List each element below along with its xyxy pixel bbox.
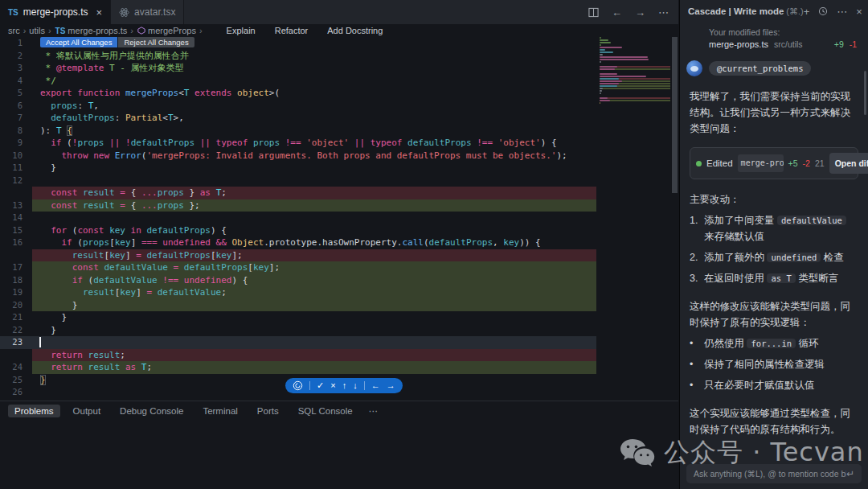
- breadcrumb-src[interactable]: src: [8, 26, 20, 35]
- line-number[interactable]: 12: [0, 175, 32, 187]
- code-line[interactable]: 20 }: [0, 299, 596, 312]
- code-line[interactable]: 13 const result = { ...props };: [0, 199, 596, 212]
- code-line[interactable]: 2 * 将默认属性与用户提供的属性合并: [0, 50, 596, 63]
- next-file-icon[interactable]: →: [387, 378, 395, 393]
- panel-tab-terminal[interactable]: Terminal: [196, 405, 244, 417]
- line-number[interactable]: 9: [0, 137, 32, 150]
- code-line[interactable]: 15 for (const key in defaultProps) {: [0, 224, 596, 237]
- line-number[interactable]: 3: [0, 62, 32, 75]
- next-change-icon[interactable]: ↓: [353, 378, 358, 393]
- prev-change-icon[interactable]: ↑: [342, 378, 347, 393]
- line-number[interactable]: 19: [0, 286, 32, 299]
- scrollbar-thumb[interactable]: [672, 37, 678, 193]
- tab-merge-props[interactable]: TS merge-props.ts ×: [0, 0, 111, 24]
- lens-refactor[interactable]: Refactor: [275, 26, 309, 35]
- code-line[interactable]: 10 throw new Error('mergeProps: Invalid …: [0, 150, 596, 162]
- code-line[interactable]: 18 if (defaultValue !== undefined) {: [0, 274, 596, 287]
- line-number[interactable]: 5: [0, 87, 32, 100]
- line-number[interactable]: 11: [0, 162, 32, 175]
- code-editor[interactable]: 1/**2 * 将默认属性与用户提供的属性合并3 * @template T -…: [0, 37, 596, 399]
- reject-change-icon[interactable]: ×: [330, 378, 335, 393]
- lens-explain[interactable]: Explain: [227, 26, 256, 35]
- forward-icon[interactable]: →: [635, 6, 645, 18]
- line-number[interactable]: 1: [0, 37, 32, 50]
- line-number[interactable]: [0, 249, 32, 262]
- line-number[interactable]: 4: [0, 75, 32, 88]
- reject-all-changes-button[interactable]: Reject All Changes: [118, 37, 194, 47]
- minimap-line: [600, 102, 670, 104]
- line-number[interactable]: 2: [0, 50, 32, 63]
- code-line[interactable]: 21 }: [0, 311, 596, 324]
- code-line[interactable]: 22 }: [0, 324, 596, 337]
- minimap-line: [600, 95, 670, 97]
- breadcrumb-utils[interactable]: utils: [29, 26, 45, 35]
- code-line[interactable]: 16 if (props[key] === undefined && Objec…: [0, 236, 596, 249]
- tab-avatar[interactable]: avatar.tsx: [111, 0, 184, 24]
- code-line[interactable]: 6 props: T,: [0, 100, 596, 113]
- prev-file-icon[interactable]: ←: [371, 378, 380, 393]
- code-line[interactable]: 12: [0, 175, 596, 187]
- accept-change-icon[interactable]: ✓: [317, 378, 324, 393]
- line-number[interactable]: 22: [0, 324, 32, 337]
- current-problems-chip[interactable]: @current_problems: [709, 61, 811, 76]
- line-number[interactable]: 13: [0, 199, 32, 212]
- line-number[interactable]: 16: [0, 236, 32, 249]
- line-number[interactable]: 20: [0, 299, 32, 312]
- panel-tab-problems[interactable]: Problems: [8, 405, 60, 417]
- line-number[interactable]: 23: [0, 336, 32, 349]
- accept-all-changes-button[interactable]: Accept All Changes: [40, 37, 117, 47]
- close-cascade-icon[interactable]: ×: [856, 6, 862, 18]
- line-number[interactable]: 25: [0, 374, 32, 387]
- close-tab-icon[interactable]: ×: [96, 6, 102, 18]
- line-number[interactable]: 18: [0, 274, 32, 287]
- line-number[interactable]: 15: [0, 224, 32, 237]
- line-number[interactable]: 14: [0, 212, 32, 224]
- cascade-scrollbar[interactable]: [864, 71, 866, 115]
- code-line[interactable]: 14: [0, 212, 596, 224]
- code-line[interactable]: 24 return result as T;: [0, 361, 596, 374]
- more-actions-icon[interactable]: ⋯: [658, 6, 669, 18]
- new-chat-icon[interactable]: +: [804, 6, 810, 18]
- breadcrumb-file[interactable]: merge-props.ts: [68, 26, 127, 35]
- minimap[interactable]: [600, 37, 670, 391]
- code-line[interactable]: 3 * @template T - 属性对象类型: [0, 62, 596, 75]
- code-line[interactable]: 4 */: [0, 75, 596, 88]
- code-line[interactable]: 19 result[key] = defaultValue;: [0, 286, 596, 299]
- panel-tab-ports[interactable]: Ports: [251, 405, 285, 417]
- line-number[interactable]: [0, 349, 32, 362]
- panel-more-icon[interactable]: ⋯: [369, 405, 379, 417]
- more-options-icon[interactable]: ⋯: [837, 6, 847, 18]
- split-editor-icon[interactable]: [588, 7, 599, 18]
- line-number[interactable]: 17: [0, 261, 32, 274]
- line-number[interactable]: 8: [0, 125, 32, 138]
- code-line[interactable]: 23: [0, 336, 596, 349]
- diff-navigation-widget: ✓ × ↑ ↓ ← →: [285, 378, 403, 393]
- line-number[interactable]: 24: [0, 361, 32, 374]
- line-number[interactable]: 10: [0, 150, 32, 162]
- code-line[interactable]: 9 if (!props || !defaultProps || typeof …: [0, 137, 596, 150]
- open-diff-button[interactable]: Open diff: [829, 153, 868, 174]
- panel-tab-sql-console[interactable]: SQL Console: [292, 405, 359, 417]
- code-line[interactable]: 7 defaultProps: Partial<T>,: [0, 112, 596, 125]
- line-number[interactable]: 26: [0, 386, 32, 399]
- lens-add-docstring[interactable]: Add Docstring: [327, 26, 383, 35]
- history-icon[interactable]: [818, 6, 828, 16]
- panel-tab-output[interactable]: Output: [67, 405, 108, 417]
- line-number[interactable]: [0, 187, 32, 199]
- editor-scrollbar[interactable]: [672, 37, 678, 398]
- modified-file-name[interactable]: merge-props.ts: [709, 39, 768, 49]
- line-number[interactable]: 6: [0, 100, 32, 113]
- panel-tab-debug-console[interactable]: Debug Console: [113, 405, 190, 417]
- code-line[interactable]: result[key] = defaultProps[key];: [0, 249, 596, 262]
- line-number[interactable]: 7: [0, 112, 32, 125]
- back-icon[interactable]: ←: [612, 6, 622, 18]
- code-line[interactable]: 17 const defaultValue = defaultProps[key…: [0, 261, 596, 274]
- code-line[interactable]: 8): T {: [0, 125, 596, 138]
- code-line[interactable]: 5export function mergeProps<T extends ob…: [0, 87, 596, 100]
- code-line[interactable]: 11 }: [0, 162, 596, 175]
- line-number[interactable]: 21: [0, 311, 32, 324]
- code-line[interactable]: return result;: [0, 349, 596, 362]
- code-line[interactable]: const result = { ...props } as T;: [0, 187, 596, 199]
- breadcrumb-symbol[interactable]: mergeProps: [148, 26, 196, 35]
- list-item: 3.在返回时使用 as T 类型断言: [690, 270, 858, 286]
